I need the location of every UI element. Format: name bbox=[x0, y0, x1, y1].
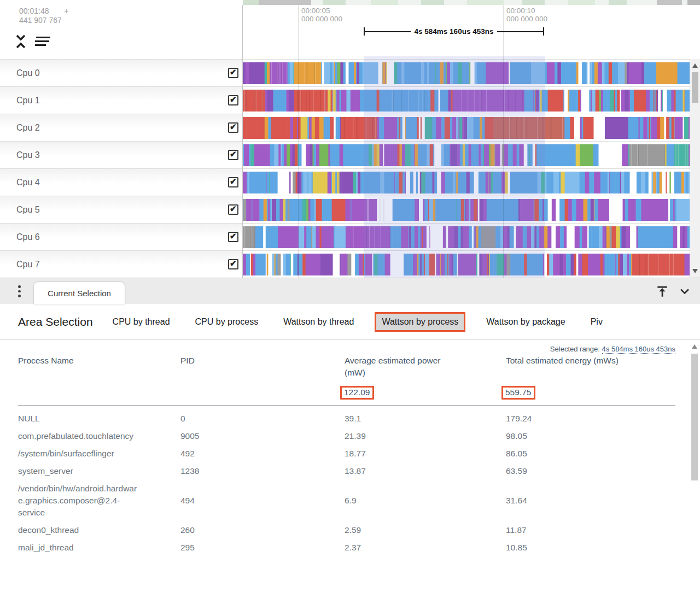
col-avg-power: Average estimated power (mW) bbox=[345, 355, 448, 379]
table-row: decon0_kthread 260 2.59 11.87 bbox=[18, 521, 675, 539]
table-row: /system/bin/surfaceflinger 492 18.77 86.… bbox=[18, 445, 675, 462]
cell-process-name: NULL bbox=[18, 413, 141, 425]
cell-avg-power: 39.1 bbox=[345, 413, 506, 425]
scroll-down-arrow[interactable] bbox=[692, 269, 698, 273]
tab-pivot[interactable]: Piv bbox=[591, 317, 603, 327]
tab-cpu-by-thread[interactable]: CPU by thread bbox=[113, 317, 170, 327]
track-timeline-cpu1[interactable] bbox=[243, 87, 690, 114]
track-checkbox[interactable] bbox=[228, 150, 238, 160]
expand-panel-top-icon[interactable] bbox=[655, 284, 669, 298]
track-timeline-cpu2[interactable] bbox=[243, 114, 690, 141]
kebab-menu-icon[interactable] bbox=[18, 285, 21, 297]
track-row: Cpu 7 bbox=[0, 250, 690, 278]
selected-range-value[interactable]: 4s 584ms 160us 453ns bbox=[602, 345, 675, 354]
cell-total-energy: 98.05 bbox=[506, 430, 675, 442]
avg-power-total-highlighted: 122.09 bbox=[340, 386, 374, 400]
table-row: /vendor/bin/hw/android.hardware.graphics… bbox=[18, 480, 675, 521]
track-checkbox[interactable] bbox=[228, 95, 238, 105]
track-header-cpu3[interactable]: Cpu 3 bbox=[0, 142, 243, 168]
col-total-energy: Total estimated energy (mWs) bbox=[506, 355, 675, 379]
track-timeline-cpu5[interactable] bbox=[243, 196, 690, 223]
track-checkbox[interactable] bbox=[228, 68, 238, 78]
track-checkbox[interactable] bbox=[228, 259, 238, 269]
table-header-row: Process Name PID Average estimated power… bbox=[18, 355, 675, 379]
tracks-list: Cpu 0 Cpu 1 Cpu 2 bbox=[0, 59, 690, 278]
tracks-scrollbar[interactable] bbox=[690, 59, 700, 278]
cell-pid: 494 bbox=[180, 495, 345, 507]
track-checkbox[interactable] bbox=[228, 204, 238, 215]
viewport-time: 00:01:48 bbox=[19, 7, 49, 15]
track-timeline-cpu6[interactable] bbox=[243, 224, 690, 250]
track-header-cpu4[interactable]: Cpu 4 bbox=[0, 169, 243, 196]
track-checkbox[interactable] bbox=[228, 232, 238, 242]
track-row: Cpu 5 bbox=[0, 196, 690, 223]
track-row: Cpu 0 bbox=[0, 59, 690, 86]
track-timeline-cpu3[interactable] bbox=[243, 142, 690, 168]
timeline-area: 00:01:48+ 441 907 767 00:00:05000 000 00… bbox=[0, 0, 700, 278]
details-tabstrip: Current Selection bbox=[0, 278, 700, 304]
scroll-up-arrow[interactable] bbox=[692, 63, 698, 68]
tab-wattson-by-thread[interactable]: Wattson by thread bbox=[283, 317, 354, 327]
cell-avg-power: 2.37 bbox=[345, 542, 506, 554]
tab-wattson-by-package[interactable]: Wattson by package bbox=[486, 317, 565, 327]
timeline-minimap[interactable] bbox=[243, 0, 700, 5]
track-label: Cpu 0 bbox=[0, 68, 40, 78]
track-header-cpu2[interactable]: Cpu 2 bbox=[0, 114, 243, 141]
sort-tracks-icon[interactable] bbox=[35, 36, 51, 48]
cell-pid: 0 bbox=[180, 413, 345, 425]
table-scrollbar[interactable] bbox=[690, 344, 698, 606]
viewport-timestamp: 00:01:48+ 441 907 767 bbox=[19, 7, 69, 25]
ruler-mark-5s: 00:00:05000 000 000 bbox=[301, 7, 342, 23]
track-label: Cpu 6 bbox=[0, 232, 40, 242]
track-timeline-cpu0[interactable] bbox=[243, 60, 690, 86]
track-header-cpu1[interactable]: Cpu 1 bbox=[0, 87, 243, 114]
selected-range-label: Selected range: bbox=[550, 345, 600, 353]
track-pane-divider bbox=[242, 5, 243, 278]
cell-avg-power: 13.87 bbox=[345, 465, 506, 477]
cell-pid: 295 bbox=[180, 542, 345, 554]
table-row: system_server 1238 13.87 63.59 bbox=[18, 462, 675, 480]
cell-total-energy: 179.24 bbox=[506, 413, 675, 425]
col-pid: PID bbox=[180, 355, 345, 379]
viewport-plus: + bbox=[65, 7, 69, 15]
selection-measurement: 4s 584ms 160us 453ns bbox=[364, 27, 544, 36]
cell-pid: 9005 bbox=[180, 430, 345, 442]
tab-label: Current Selection bbox=[48, 289, 111, 298]
track-header-cpu0[interactable]: Cpu 0 bbox=[0, 60, 243, 86]
cell-process-name: decon0_kthread bbox=[18, 524, 141, 536]
cell-avg-power: 6.9 bbox=[345, 495, 506, 507]
cell-process-name: /system/bin/surfaceflinger bbox=[18, 448, 141, 460]
collapse-tracks-icon[interactable] bbox=[14, 34, 27, 49]
track-header-cpu7[interactable]: Cpu 7 bbox=[0, 251, 243, 278]
track-label: Cpu 5 bbox=[0, 205, 40, 215]
track-timeline-cpu7[interactable] bbox=[243, 251, 690, 278]
track-label: Cpu 2 bbox=[0, 123, 40, 133]
chevron-down-icon[interactable] bbox=[678, 285, 691, 298]
track-header-cpu6[interactable]: Cpu 6 bbox=[0, 224, 243, 250]
table-row: mali_jd_thread 295 2.37 10.85 bbox=[18, 539, 675, 556]
tab-cpu-by-process[interactable]: CPU by process bbox=[195, 317, 259, 327]
track-label: Cpu 4 bbox=[0, 178, 40, 187]
viewport-offset: 441 907 767 bbox=[19, 16, 69, 25]
cell-avg-power: 2.59 bbox=[345, 524, 506, 536]
scrollbar-thumb[interactable] bbox=[692, 72, 698, 103]
tab-wattson-by-process[interactable]: Wattson by process bbox=[375, 312, 465, 332]
table-row: NULL 0 39.1 179.24 bbox=[18, 410, 675, 427]
track-checkbox[interactable] bbox=[228, 122, 238, 133]
track-row: Cpu 2 bbox=[0, 114, 690, 141]
perfetto-trace-viewer: 00:01:48+ 441 907 767 00:00:05000 000 00… bbox=[0, 0, 700, 610]
cell-total-energy: 63.59 bbox=[506, 465, 675, 477]
cell-process-name: system_server bbox=[18, 465, 141, 477]
track-timeline-cpu4[interactable] bbox=[243, 169, 690, 196]
track-row: Cpu 1 bbox=[0, 86, 690, 114]
tab-current-selection[interactable]: Current Selection bbox=[34, 282, 125, 304]
table-totals-row: 122.09 559.75 bbox=[18, 386, 675, 406]
ruler-mark-10s: 00:00:10000 000 000 bbox=[506, 7, 547, 23]
total-energy-total-highlighted: 559.75 bbox=[501, 386, 535, 400]
track-checkbox[interactable] bbox=[228, 177, 238, 187]
track-header-cpu5[interactable]: Cpu 5 bbox=[0, 196, 243, 223]
scroll-up-arrow[interactable] bbox=[692, 344, 697, 349]
scrollbar-thumb[interactable] bbox=[691, 354, 698, 480]
track-label: Cpu 1 bbox=[0, 96, 40, 105]
area-selection-header: Area Selection CPU by thread CPU by proc… bbox=[0, 304, 700, 340]
